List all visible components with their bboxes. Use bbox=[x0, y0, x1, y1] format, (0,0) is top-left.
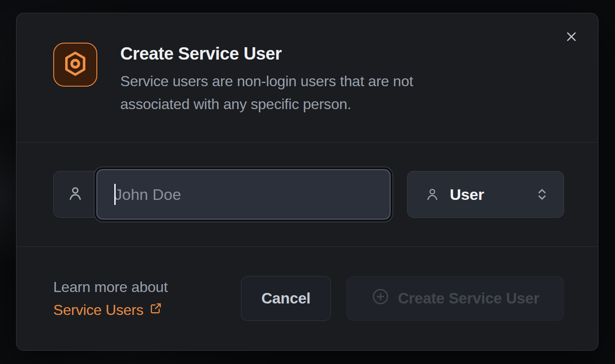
cancel-button[interactable]: Cancel bbox=[241, 276, 331, 321]
close-button[interactable] bbox=[561, 27, 581, 47]
dialog-description: Service users are non-login users that a… bbox=[120, 70, 413, 116]
dialog-header: Create Service User Service users are no… bbox=[17, 13, 598, 143]
dialog-header-text: Create Service User Service users are no… bbox=[120, 43, 413, 142]
dialog-body: User bbox=[17, 143, 598, 247]
create-button-label: Create Service User bbox=[398, 290, 539, 307]
name-field-prefix bbox=[54, 185, 97, 204]
person-icon bbox=[67, 185, 84, 204]
learn-more-prefix: Learn more about bbox=[53, 276, 168, 298]
create-service-user-dialog: Create Service User Service users are no… bbox=[16, 13, 598, 351]
dialog-description-line2: associated with any specific person. bbox=[120, 93, 413, 116]
unfold-chevrons-icon bbox=[534, 187, 550, 202]
person-icon bbox=[425, 187, 440, 202]
role-select[interactable]: User bbox=[407, 171, 564, 218]
service-users-link-label: Service Users bbox=[53, 298, 144, 321]
name-input-wrap bbox=[97, 171, 390, 217]
create-service-user-button[interactable]: Create Service User bbox=[347, 276, 564, 321]
footer-buttons: Cancel Create Service User bbox=[241, 276, 564, 321]
role-select-value: User bbox=[450, 186, 484, 204]
dialog-title: Create Service User bbox=[120, 43, 413, 64]
service-user-hexagon-icon bbox=[62, 49, 89, 80]
dialog-description-line1: Service users are non-login users that a… bbox=[120, 70, 413, 93]
name-input[interactable] bbox=[96, 169, 391, 220]
name-field bbox=[53, 171, 391, 218]
external-link-icon bbox=[149, 298, 162, 321]
service-user-icon-tile bbox=[53, 43, 97, 87]
dialog-footer: Learn more about Service Users Cancel bbox=[17, 247, 598, 350]
learn-more-text: Learn more about Service Users bbox=[53, 276, 168, 321]
text-caret bbox=[114, 184, 116, 205]
plus-circle-icon bbox=[371, 287, 390, 309]
close-icon bbox=[565, 30, 578, 45]
service-users-link[interactable]: Service Users bbox=[53, 298, 162, 321]
